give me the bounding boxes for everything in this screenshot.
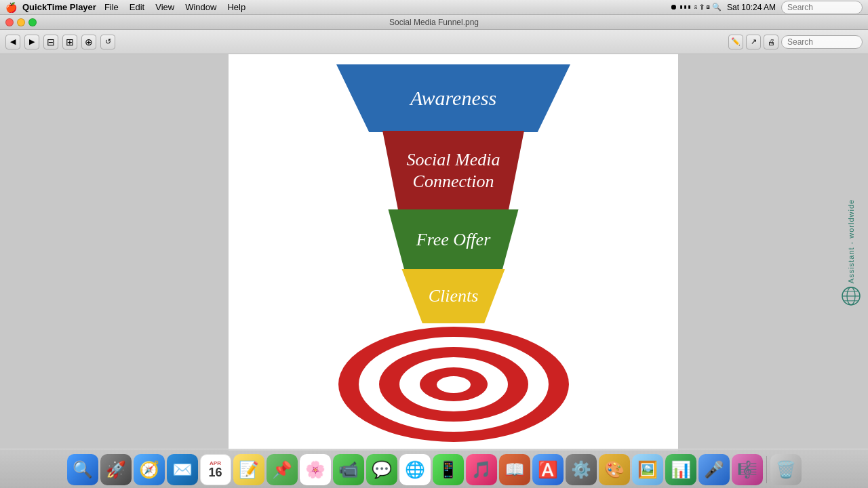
- bullseye-ring3: [399, 357, 508, 411]
- dock-mail[interactable]: ✉️: [167, 454, 198, 485]
- dock-colorpicker[interactable]: 🎨: [599, 454, 630, 485]
- apple-menu[interactable]: 🍎: [5, 2, 17, 13]
- funnel-social-media: Social Media Connection: [355, 131, 552, 211]
- maximize-button[interactable]: [28, 18, 37, 26]
- menubar-right: ⏺ ▮▮▮ ≋ ⇧ ⊞ 🔍 Sat 10:24 AM: [670, 1, 863, 14]
- funnel-awareness: Awareness: [336, 64, 570, 132]
- globe-icon: [841, 286, 861, 306]
- dock-finder[interactable]: 🔍: [67, 454, 98, 485]
- print-button[interactable]: 🖨: [764, 35, 778, 49]
- traffic-lights: [5, 18, 37, 26]
- content-area: Awareness Social Media Connection Free O…: [0, 54, 868, 451]
- close-button[interactable]: [5, 18, 14, 26]
- menubar-search[interactable]: [781, 1, 863, 14]
- rotate-button[interactable]: ↺: [100, 35, 115, 49]
- toolbar: ◀ ▶ ⊟ ⊞ ⊕ ↺ ✏️ ↗ 🖨: [0, 30, 868, 54]
- zoom-out-button[interactable]: ⊟: [43, 35, 58, 49]
- dock-books[interactable]: 📖: [499, 454, 530, 485]
- dock-preview[interactable]: 🖼️: [632, 454, 663, 485]
- bullseye-ring2: [379, 347, 528, 422]
- app-name[interactable]: QuickTime Player: [22, 2, 96, 12]
- dock-notes[interactable]: 📝: [233, 454, 264, 485]
- share-button[interactable]: ↗: [746, 35, 761, 49]
- watermark-text: Assistant - worldwide: [847, 199, 855, 283]
- menu-edit[interactable]: Edit: [124, 2, 150, 12]
- menubar: 🍎 QuickTime Player File Edit View Window…: [0, 0, 868, 15]
- dock-divider: [766, 456, 767, 483]
- funnel-diagram: Awareness Social Media Connection Free O…: [242, 61, 665, 445]
- social-label: Social Media Connection: [407, 149, 500, 193]
- dock-launchpad[interactable]: 🚀: [100, 454, 132, 485]
- window-titlebar: Social Media Funnel.png: [0, 15, 868, 30]
- actual-size-button[interactable]: ⊞: [62, 35, 77, 49]
- clients-label: Clients: [429, 286, 479, 306]
- clock: Sat 10:24 AM: [727, 3, 776, 12]
- menu-file[interactable]: File: [99, 2, 124, 12]
- dock-calendar[interactable]: APR 16: [200, 454, 231, 485]
- dock-itunes[interactable]: 🎼: [732, 454, 763, 485]
- right-panel: Assistant - worldwide: [678, 54, 868, 451]
- free-offer-label: Free Offer: [416, 230, 491, 250]
- awareness-label: Awareness: [410, 87, 496, 110]
- back-button[interactable]: ◀: [5, 35, 20, 49]
- zoom-in-button[interactable]: ⊕: [81, 35, 96, 49]
- bullseye-ring4: [420, 367, 488, 401]
- document-view: Awareness Social Media Connection Free O…: [229, 54, 678, 451]
- dock-trash[interactable]: 🗑️: [770, 454, 802, 485]
- dock-messages[interactable]: 💬: [366, 454, 397, 485]
- quicktime-window: Social Media Funnel.png ◀ ▶ ⊟ ⊞ ⊕ ↺ ✏️ ↗…: [0, 15, 868, 451]
- search-input[interactable]: [781, 35, 863, 49]
- bullseye-center: [437, 376, 471, 393]
- dock-whatsapp[interactable]: 📱: [433, 454, 464, 485]
- dock-facetime[interactable]: 📹: [333, 454, 364, 485]
- funnel-free-offer: Free Offer: [372, 209, 535, 270]
- funnel-clients: Clients: [389, 269, 518, 323]
- minimize-button[interactable]: [17, 18, 25, 26]
- target-bullseye: [335, 323, 572, 445]
- dock-photos[interactable]: 🌸: [300, 454, 331, 485]
- menu-help[interactable]: Help: [222, 2, 251, 12]
- dock-keynote[interactable]: 🎤: [698, 454, 730, 485]
- window-title: Social Media Funnel.png: [389, 18, 479, 27]
- dock-music[interactable]: 🎵: [466, 454, 497, 485]
- dock-chrome[interactable]: 🌐: [399, 454, 431, 485]
- left-panel: [0, 54, 229, 451]
- bullseye-outer: [338, 327, 569, 442]
- dock: 🔍 🚀 🧭 ✉️ APR 16 📝 📌 🌸 📹 💬 🌐 📱 🎵 📖 🅰️ ⚙️ …: [0, 449, 868, 488]
- dock-numbers[interactable]: 📊: [665, 454, 696, 485]
- dock-sysprefs[interactable]: ⚙️: [566, 454, 597, 485]
- watermark: Assistant - worldwide: [841, 199, 861, 306]
- menu-window[interactable]: Window: [180, 2, 222, 12]
- dock-safari[interactable]: 🧭: [134, 454, 165, 485]
- dock-stickies[interactable]: 📌: [267, 454, 298, 485]
- dock-appstore[interactable]: 🅰️: [532, 454, 564, 485]
- bullseye-ring1: [359, 337, 549, 432]
- toolbar-right: ✏️ ↗ 🖨: [728, 35, 863, 49]
- menu-view[interactable]: View: [150, 2, 180, 12]
- edit-button[interactable]: ✏️: [728, 35, 743, 49]
- forward-button[interactable]: ▶: [24, 35, 39, 49]
- status-icons: ⏺ ▮▮▮ ≋ ⇧ ⊞ 🔍: [670, 3, 722, 12]
